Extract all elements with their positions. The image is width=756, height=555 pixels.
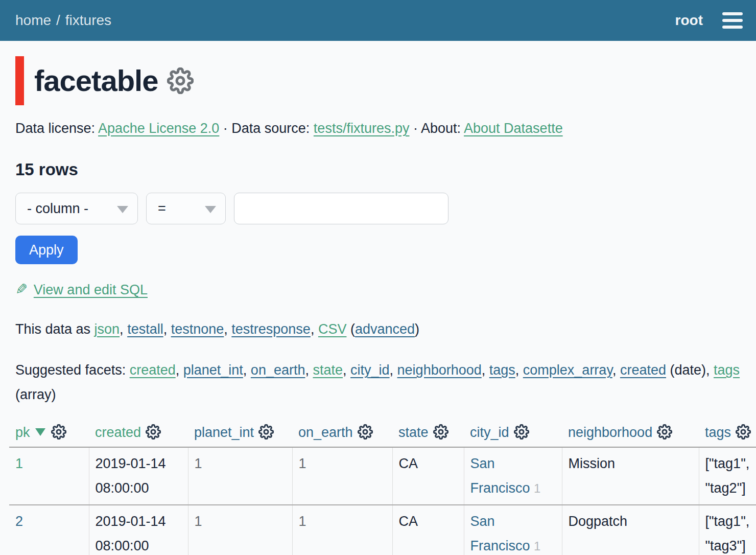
column-sort-link-city_id[interactable]: city_id <box>470 425 509 440</box>
chevron-down-icon <box>117 206 128 213</box>
chevron-down-icon <box>205 206 216 213</box>
cell-tags: ["tag1", "tag3"] <box>699 505 756 555</box>
link-created[interactable]: created <box>130 362 176 378</box>
link-on-earth[interactable]: on_earth <box>251 362 305 378</box>
text: Data source: <box>231 121 314 136</box>
column-header-state: state <box>392 417 464 447</box>
text: , <box>176 362 183 378</box>
gear-icon[interactable] <box>358 424 373 440</box>
foreign-key-raw-id: 1 <box>534 481 540 495</box>
cell-planet_int: 1 <box>188 447 292 505</box>
gear-icon[interactable] <box>51 424 66 440</box>
results-table: pkcreatedplanet_inton_earthstatecity_idn… <box>9 417 756 555</box>
cell-created: 2019-01-14 08:00:00 <box>89 505 188 555</box>
apply-button[interactable]: Apply <box>15 236 78 264</box>
link-neighborhood[interactable]: neighborhood <box>397 362 482 378</box>
sort-desc-icon <box>35 428 45 436</box>
results-table-wrapper: pkcreatedplanet_inton_earthstatecity_idn… <box>9 417 756 555</box>
link-state[interactable]: state <box>313 362 343 378</box>
link-testnone[interactable]: testnone <box>171 321 224 337</box>
text: , <box>305 362 313 378</box>
text: , <box>612 362 620 378</box>
link-planet-int[interactable]: planet_int <box>183 362 243 378</box>
text: Suggested facets: <box>15 362 130 378</box>
text: , <box>163 321 171 337</box>
gear-icon[interactable] <box>433 424 448 440</box>
sql-line: ✎ View and edit SQL <box>15 281 741 298</box>
cell-planet_int: 1 <box>188 505 292 555</box>
text: , <box>243 362 251 378</box>
link-created[interactable]: created <box>620 362 666 378</box>
breadcrumb: home/fixtures <box>15 12 111 29</box>
column-sort-link-state[interactable]: state <box>398 425 429 440</box>
cell-state: CA <box>392 447 464 505</box>
link-city-id[interactable]: city_id <box>350 362 390 378</box>
gear-icon[interactable] <box>514 424 529 440</box>
cell-pk: 1 <box>9 447 89 505</box>
gear-icon[interactable] <box>258 424 274 440</box>
link-json[interactable]: json <box>94 321 120 337</box>
row-pk-link[interactable]: 2 <box>15 514 23 529</box>
operator-filter-select[interactable]: = <box>146 193 226 224</box>
foreign-key-link[interactable]: San Francisco <box>470 514 530 553</box>
breadcrumb-home-link[interactable]: home <box>15 12 51 28</box>
column-sort-link-planet_int[interactable]: planet_int <box>194 425 254 440</box>
link-complex-array[interactable]: complex_array <box>523 362 612 378</box>
table-header-row: pkcreatedplanet_inton_earthstatecity_idn… <box>9 417 756 447</box>
link-advanced[interactable]: advanced <box>355 321 415 337</box>
filter-value-input[interactable] <box>234 193 448 224</box>
text: ( <box>346 321 355 337</box>
cell-state: CA <box>392 505 464 555</box>
column-select-value: - column - <box>27 201 88 217</box>
view-edit-sql-link[interactable]: View and edit SQL <box>34 282 148 297</box>
text: This data as <box>15 321 94 337</box>
gear-icon[interactable] <box>736 424 751 440</box>
link-tags[interactable]: tags <box>714 362 740 378</box>
cell-created: 2019-01-14 08:00:00 <box>89 447 188 505</box>
table-cog-icon[interactable] <box>167 67 194 94</box>
column-sort-link-created[interactable]: created <box>95 425 141 440</box>
link-apache-license-2-0[interactable]: Apache License 2.0 <box>98 121 219 136</box>
link-tests-fixtures-py[interactable]: tests/fixtures.py <box>314 121 410 136</box>
text: , <box>224 321 231 337</box>
table-row: 22019-01-14 08:00:0011CASan Francisco 1D… <box>9 505 756 555</box>
row-pk-link[interactable]: 1 <box>15 456 23 471</box>
breadcrumb-database-link[interactable]: fixtures <box>65 12 111 28</box>
logged-in-user[interactable]: root <box>675 12 703 29</box>
cell-on_earth: 1 <box>292 447 392 505</box>
table-row: 12019-01-14 08:00:0011CASan Francisco 1M… <box>9 447 756 505</box>
nav-right: root <box>675 10 743 31</box>
gear-icon[interactable] <box>167 67 194 94</box>
operator-select-value: = <box>158 201 166 217</box>
gear-icon[interactable] <box>657 424 672 440</box>
link-tags[interactable]: tags <box>489 362 515 378</box>
cell-pk: 2 <box>9 505 89 555</box>
suggested-facets-line: Suggested facets: created, planet_int, o… <box>15 358 741 407</box>
column-sort-link-tags[interactable]: tags <box>705 425 731 440</box>
top-nav: home/fixtures root <box>0 0 756 41</box>
text: · <box>219 121 231 136</box>
column-sort-link-pk[interactable]: pk <box>15 425 30 440</box>
link-csv[interactable]: CSV <box>318 321 347 337</box>
export-links-line: This data as json, testall, testnone, te… <box>15 321 741 337</box>
cell-city_id: San Francisco 1 <box>464 505 562 555</box>
pencil-icon: ✎ <box>15 281 28 298</box>
hamburger-menu-icon[interactable] <box>722 10 743 31</box>
column-header-pk: pk <box>9 417 89 447</box>
cell-neighborhood: Mission <box>562 447 699 505</box>
text: Data license: <box>15 121 98 136</box>
page-title: facetable <box>34 66 158 96</box>
column-header-neighborhood: neighborhood <box>562 417 699 447</box>
link-testall[interactable]: testall <box>127 321 163 337</box>
column-header-tags: tags <box>699 417 756 447</box>
link-testresponse[interactable]: testresponse <box>231 321 311 337</box>
column-header-planet_int: planet_int <box>188 417 292 447</box>
column-sort-link-on_earth[interactable]: on_earth <box>298 425 353 440</box>
column-header-on_earth: on_earth <box>292 417 392 447</box>
gear-icon[interactable] <box>146 424 161 440</box>
foreign-key-link[interactable]: San Francisco <box>470 456 530 496</box>
column-sort-link-neighborhood[interactable]: neighborhood <box>568 425 652 440</box>
text: , <box>343 362 350 378</box>
column-filter-select[interactable]: - column - <box>15 193 138 224</box>
link-about-datasette[interactable]: About Datasette <box>464 121 563 136</box>
